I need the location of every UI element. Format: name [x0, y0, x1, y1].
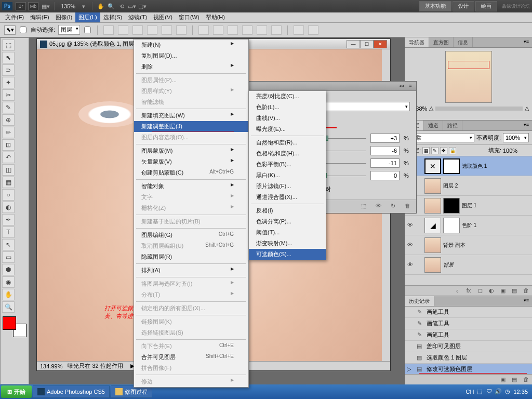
menu-view[interactable]: 视图(V) [150, 12, 176, 22]
dist-btn[interactable] [198, 25, 209, 35]
group-icon[interactable]: ▣ [499, 287, 507, 295]
history-item[interactable]: ✎画笔工具 [405, 307, 532, 318]
adj-trash-icon[interactable]: 🗑 [403, 203, 412, 211]
layout-icon[interactable]: ▦▾ [42, 2, 50, 10]
arrange-icon[interactable]: ▭▾ [128, 2, 136, 10]
layer-row[interactable]: 👁图层 1 [405, 196, 532, 216]
lang-indicator[interactable]: CH [466, 389, 474, 395]
start-button[interactable]: ⊞开始 [1, 385, 32, 398]
menu-image[interactable]: 图像(I) [52, 12, 75, 22]
dist-btn[interactable] [271, 25, 282, 35]
zoom-in-icon[interactable]: △ [525, 105, 529, 112]
dist-btn[interactable] [213, 25, 223, 35]
menu-icon[interactable]: ≡ [407, 83, 414, 89]
collapse-icon[interactable]: ◂◂ [398, 83, 405, 89]
lasso-tool[interactable]: ⊃ [2, 64, 15, 76]
menu-filter[interactable]: 滤镜(T) [125, 12, 150, 22]
tab-histogram[interactable]: 直方图 [429, 37, 454, 47]
submenu-item[interactable]: 自然饱和度(R)... [249, 137, 326, 148]
submenu-item[interactable]: 通道混合器(X)... [249, 192, 326, 203]
move-tool-icon[interactable]: ⬉▾ [4, 25, 16, 35]
nav-thumbnail[interactable] [445, 51, 492, 103]
submenu-item[interactable]: 色调分离(P)... [249, 216, 326, 227]
marquee-tool[interactable]: ⬚ [2, 39, 15, 51]
auto-select-dropdown[interactable]: 图层 [58, 25, 80, 35]
zoom-icon[interactable]: 🔍 [107, 2, 115, 10]
menu-item[interactable]: 合并可见图层Shift+Ctrl+E [134, 352, 248, 363]
menu-file[interactable]: 文件(F) [2, 12, 27, 22]
pen-tool[interactable]: ✒ [2, 214, 15, 225]
tray-icon[interactable]: 🛡 [485, 388, 493, 395]
clock[interactable]: 12:35 [513, 389, 528, 395]
adj-reset-icon[interactable]: ↻ [388, 203, 397, 211]
stamp-tool[interactable]: ⊡ [2, 139, 15, 151]
submenu-item[interactable]: 亮度/对比度(C)... [249, 91, 326, 102]
lock-all-icon[interactable]: 🔒 [449, 147, 456, 154]
panel-menu-icon[interactable]: ▾≡ [521, 296, 532, 306]
submenu-item[interactable]: 反相(I) [249, 205, 326, 216]
visibility-icon[interactable]: 👁 [406, 242, 414, 249]
doc-zoom[interactable]: 134.99% [40, 363, 62, 369]
submenu-item[interactable]: 色阶(L)... [249, 102, 326, 113]
submenu-item[interactable]: 色彩平衡(B)... [249, 159, 326, 170]
opacity-input[interactable]: 100% [503, 133, 529, 142]
dist-btn[interactable] [257, 25, 267, 35]
menu-select[interactable]: 选择(S) [100, 12, 126, 22]
menu-item[interactable]: 智能对象 [134, 181, 248, 192]
menu-item[interactable]: 排列(A) [134, 265, 248, 276]
submenu-item[interactable]: 照片滤镜(F)... [249, 181, 326, 192]
tab-info[interactable]: 信息 [454, 37, 473, 47]
history-item[interactable]: ▷▤修改可选颜色图层 [405, 364, 532, 374]
lock-paint-icon[interactable]: ✎ [431, 147, 438, 154]
visibility-icon[interactable]: 👁 [406, 222, 414, 229]
new-layer-icon[interactable]: ▤ [510, 287, 518, 295]
history-item[interactable]: ▤选取颜色 1 图层 [405, 352, 532, 364]
new-snap-icon[interactable]: ▤ [510, 376, 518, 383]
menu-layer[interactable]: 图层(L) [75, 12, 100, 22]
3d-tool[interactable]: ⬢ [2, 264, 15, 275]
tab-history[interactable]: 历史记录 [405, 296, 434, 306]
lock-move-icon[interactable]: ✥ [440, 147, 447, 154]
dist-btn[interactable] [242, 25, 252, 35]
type-tool[interactable]: T [2, 227, 15, 238]
layer-row[interactable]: 👁图层 2 [405, 176, 532, 196]
blend-mode-select[interactable]: 正常 [408, 133, 474, 142]
menu-help[interactable]: 帮助(H) [203, 12, 228, 22]
min-btn[interactable]: — [347, 40, 360, 48]
submenu-item[interactable]: 渐变映射(M)... [249, 238, 326, 249]
align-btn[interactable] [176, 25, 187, 35]
align-btn[interactable] [132, 25, 143, 35]
submenu-item[interactable]: 可选颜色(S)... [249, 249, 326, 260]
mb-btn[interactable]: Mb [28, 2, 38, 10]
layer-row[interactable]: 👁◢色阶 1 [405, 216, 532, 235]
menu-item[interactable]: 删除 [134, 61, 248, 72]
history-item[interactable]: ✎画笔工具 [405, 318, 532, 329]
align-btn[interactable] [103, 25, 114, 35]
path-tool[interactable]: ↖ [2, 239, 15, 250]
workspace-tab-design[interactable]: 设计 [453, 1, 474, 11]
align-btn[interactable] [162, 25, 172, 35]
hand-icon[interactable]: ✋ [97, 2, 105, 10]
close-btn[interactable]: ✕ [374, 40, 387, 48]
screen-icon[interactable]: ▢▾ [138, 2, 147, 10]
adj-eye-icon[interactable]: 👁 [374, 203, 383, 211]
dist-btn[interactable] [228, 25, 238, 35]
link-icon[interactable]: ⬨ [453, 287, 461, 295]
rotate-icon[interactable]: ⟲ [117, 2, 126, 10]
color-swatch[interactable] [3, 316, 26, 337]
align-btn[interactable] [147, 25, 157, 35]
tab-navigator[interactable]: 导航器 [405, 37, 429, 47]
menu-item[interactable]: 复制图层(D)... [134, 50, 248, 61]
lock-trans-icon[interactable]: ▦ [422, 147, 430, 154]
layer-row[interactable]: 👁✕选取颜色 1 [405, 156, 532, 176]
trash-icon[interactable]: 🗑 [522, 287, 530, 295]
adj-panel-header[interactable]: ◂◂ ≡ [249, 82, 416, 91]
submenu-item[interactable]: 阈值(T)... [249, 227, 326, 238]
history-item[interactable]: ✎画笔工具 [405, 329, 532, 341]
bridge-btn[interactable]: Br [16, 2, 26, 10]
menu-item[interactable]: 图层蒙版(M) [134, 145, 248, 156]
move-tool[interactable]: ⬉ [2, 52, 15, 63]
gradient-tool[interactable]: ▦ [2, 177, 15, 188]
layer-row[interactable]: 👁背景 副本 [405, 235, 532, 255]
zoom-dropdown-icon[interactable]: ▾ [79, 2, 88, 10]
